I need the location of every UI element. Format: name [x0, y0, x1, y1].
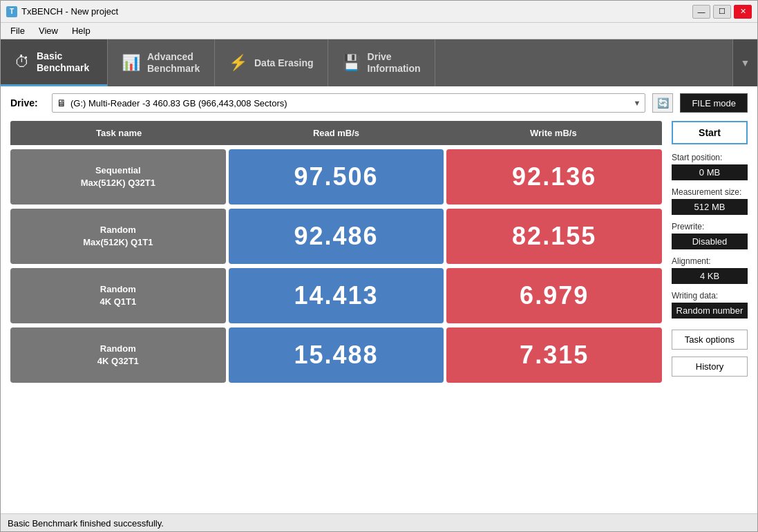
task-options-button[interactable]: Task options — [672, 330, 748, 350]
tab-basic-benchmark[interactable]: ⏱ BasicBenchmark — [1, 39, 108, 86]
tab-advanced-benchmark[interactable]: 📊 AdvancedBenchmark — [108, 39, 215, 86]
prewrite-label: Prewrite: — [672, 222, 748, 231]
header-write: Write mB/s — [445, 121, 662, 145]
data-erasing-icon: ⚡ — [229, 54, 247, 72]
measurement-size-value: 512 MB — [672, 199, 748, 215]
tab-data-erasing[interactable]: ⚡ Data Erasing — [215, 39, 328, 86]
title-bar: T TxBENCH - New project — ☐ ✕ — [1, 1, 757, 23]
table-row: Random Max(512K) Q1T1 92.486 82.155 — [10, 209, 662, 264]
tab-drive-information[interactable]: 💾 DriveInformation — [328, 39, 435, 86]
measurement-size-label: Measurement size: — [672, 187, 748, 197]
header-task-name: Task name — [10, 121, 227, 145]
minimize-button[interactable]: — — [692, 5, 710, 19]
write-value-sequential: 92.136 — [446, 149, 662, 205]
main-content: Drive: 🖥 (G:) Multi-Reader -3 460.83 GB … — [1, 86, 757, 513]
start-position-value: 0 MB — [672, 164, 748, 180]
toolbar: ⏱ BasicBenchmark 📊 AdvancedBenchmark ⚡ D… — [1, 39, 757, 86]
menu-help[interactable]: Help — [65, 24, 97, 37]
drive-icon: 🖥 — [57, 97, 66, 108]
file-mode-button[interactable]: FILE mode — [680, 93, 748, 113]
drive-select-value: (G:) Multi-Reader -3 460.83 GB (966,443,… — [70, 98, 634, 108]
write-value-random-4k-q1t1: 6.979 — [446, 268, 662, 323]
alignment-label: Alignment: — [672, 256, 748, 266]
drive-information-icon: 💾 — [342, 54, 361, 72]
drive-dropdown-arrow-icon: ▼ — [634, 99, 641, 107]
start-position-label: Start position: — [672, 153, 748, 162]
tab-drive-information-label: DriveInformation — [368, 51, 421, 75]
drive-select[interactable]: 🖥 (G:) Multi-Reader -3 460.83 GB (966,44… — [52, 93, 645, 113]
write-value-random-512k: 82.155 — [446, 209, 662, 264]
task-name-random-512k: Random Max(512K) Q1T1 — [10, 209, 226, 264]
drive-refresh-button[interactable]: 🔄 — [652, 93, 673, 113]
tab-advanced-benchmark-label: AdvancedBenchmark — [147, 51, 200, 75]
status-bar: Basic Benchmark finished successfully. — [1, 513, 757, 532]
status-text: Basic Benchmark finished successfully. — [8, 518, 164, 529]
window-title: TxBENCH - New project — [21, 6, 692, 17]
tab-basic-benchmark-label: BasicBenchmark — [37, 50, 89, 74]
menu-file[interactable]: File — [3, 24, 32, 37]
tab-data-erasing-label: Data Erasing — [254, 57, 314, 69]
writing-data-label: Writing data: — [672, 291, 748, 301]
dropdown-arrow-icon: ▼ — [741, 57, 750, 68]
table-row: Sequential Max(512K) Q32T1 97.506 92.136 — [10, 149, 662, 205]
drive-row: Drive: 🖥 (G:) Multi-Reader -3 460.83 GB … — [10, 93, 748, 113]
write-value-random-4k-q32t1: 7.315 — [446, 327, 662, 383]
history-button[interactable]: History — [672, 357, 748, 377]
table-row: Random 4K Q1T1 14.413 6.979 — [10, 268, 662, 323]
read-value-sequential: 97.506 — [229, 149, 444, 205]
header-read: Read mB/s — [227, 121, 444, 145]
refresh-icon: 🔄 — [657, 97, 669, 108]
app-icon: T — [6, 6, 17, 17]
toolbar-dropdown[interactable]: ▼ — [732, 39, 757, 86]
table-row: Random 4K Q32T1 15.488 7.315 — [10, 327, 662, 383]
start-button[interactable]: Start — [672, 121, 748, 144]
drive-label: Drive: — [10, 97, 45, 108]
menu-view[interactable]: View — [32, 24, 65, 37]
table-header: Task name Read mB/s Write mB/s — [10, 121, 662, 145]
maximize-button[interactable]: ☐ — [713, 5, 731, 19]
prewrite-value: Disabled — [672, 234, 748, 249]
task-name-random-4k-q1t1: Random 4K Q1T1 — [10, 268, 226, 323]
writing-data-value: Random number — [672, 303, 748, 319]
window-controls: — ☐ ✕ — [692, 5, 752, 19]
advanced-benchmark-icon: 📊 — [122, 54, 140, 72]
menu-bar: File View Help — [1, 23, 757, 39]
read-value-random-4k-q1t1: 14.413 — [229, 268, 444, 323]
benchmark-table: Task name Read mB/s Write mB/s Sequentia… — [10, 121, 662, 506]
read-value-random-512k: 92.486 — [229, 209, 444, 264]
close-button[interactable]: ✕ — [734, 5, 752, 19]
task-name-random-4k-q32t1: Random 4K Q32T1 — [10, 327, 226, 383]
read-value-random-4k-q32t1: 15.488 — [229, 327, 444, 383]
task-name-sequential: Sequential Max(512K) Q32T1 — [10, 149, 226, 205]
benchmark-container: Task name Read mB/s Write mB/s Sequentia… — [10, 121, 748, 506]
basic-benchmark-icon: ⏱ — [15, 53, 30, 71]
right-panel: Start Start position: 0 MB Measurement s… — [672, 121, 748, 506]
alignment-value: 4 KB — [672, 268, 748, 284]
